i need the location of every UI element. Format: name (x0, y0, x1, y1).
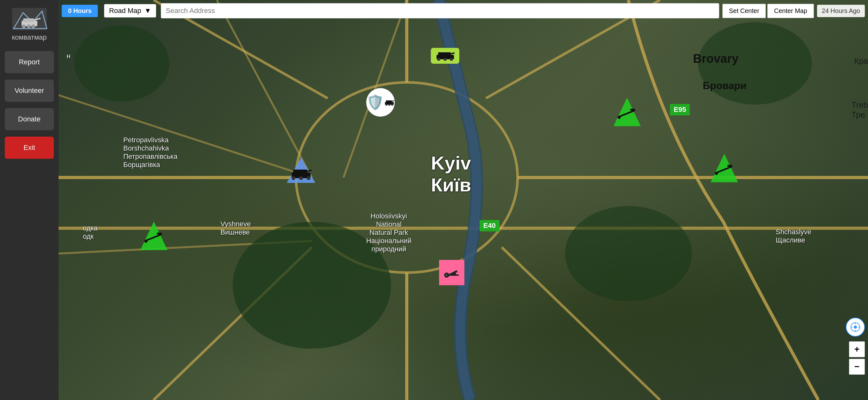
green-triangle-rifle-2[interactable] (710, 152, 739, 185)
time-badge: 0 Hours (62, 5, 98, 17)
svg-point-29 (385, 104, 387, 106)
tank-green-marker[interactable] (431, 48, 459, 64)
svg-marker-53 (140, 222, 167, 250)
exit-button[interactable]: Exit (5, 137, 54, 159)
svg-point-42 (291, 176, 296, 180)
svg-point-44 (307, 176, 311, 180)
svg-rect-3 (23, 19, 34, 22)
zoom-in-button[interactable]: + (849, 341, 865, 357)
svg-marker-45 (614, 97, 641, 126)
center-map-button[interactable]: Center Map (767, 4, 814, 18)
e40-badge: E40 (479, 220, 499, 231)
svg-rect-61 (452, 273, 456, 276)
svg-point-48 (618, 116, 621, 119)
brovary-en-label: Brovary (693, 52, 739, 66)
search-input[interactable] (161, 3, 719, 19)
svg-point-56 (144, 239, 148, 243)
svg-point-37 (450, 58, 453, 61)
svg-rect-27 (386, 100, 392, 103)
map-controls: 0 Hours Road Map ▼ Set Center Center Map… (59, 3, 868, 19)
svg-point-5 (22, 24, 26, 28)
e95-badge: E95 (670, 104, 690, 115)
petropavlivska-label: Petropavlivska Borshchahivka Петропавлів… (123, 136, 178, 169)
svg-point-36 (443, 58, 447, 61)
logo-area: комватмар (10, 6, 49, 41)
sidebar: комватмар Report Volunteer Donate Exit (0, 0, 59, 400)
holosiivskyi-label: Holosiivskyi National Natural Park Націо… (366, 212, 411, 253)
treb-label: Treb Тре (851, 100, 868, 120)
svg-rect-40 (293, 170, 307, 174)
svg-point-31 (391, 104, 393, 106)
zoom-out-button[interactable]: − (849, 359, 865, 375)
svg-line-34 (451, 53, 455, 54)
time-ago: 24 Hours Ago (817, 5, 865, 17)
shchaslyve-label: Shchaslyve Щасливе (776, 228, 812, 245)
green-triangle-rifle-1[interactable] (613, 96, 641, 129)
search-container (161, 3, 719, 19)
svg-rect-33 (438, 52, 451, 56)
odka-label: одка одк (83, 224, 98, 240)
map-action-buttons: Set Center Center Map (722, 4, 814, 18)
blue-triangle-marker[interactable] (285, 156, 317, 186)
volunteer-button[interactable]: Volunteer (5, 80, 54, 102)
location-button[interactable] (846, 318, 865, 337)
tank-white-marker[interactable]: 🛡️ (366, 88, 395, 117)
svg-point-7 (31, 24, 35, 28)
svg-point-63 (854, 325, 857, 329)
svg-rect-55 (157, 233, 162, 234)
svg-rect-51 (727, 165, 732, 167)
zoom-controls: + − (849, 341, 865, 375)
svg-rect-47 (630, 109, 635, 111)
chevron-down-icon: ▼ (144, 7, 151, 15)
svg-point-43 (299, 176, 303, 180)
kra-label: Кра (854, 56, 868, 66)
logo-text: комватмар (12, 33, 46, 41)
donate-button[interactable]: Donate (5, 108, 54, 130)
svg-point-22 (74, 25, 169, 102)
svg-point-30 (388, 104, 390, 106)
svg-line-28 (392, 101, 394, 101)
road-network (59, 0, 868, 400)
svg-point-6 (27, 24, 31, 28)
set-center-button[interactable]: Set Center (722, 4, 766, 18)
n-label: н (67, 52, 70, 60)
svg-point-52 (715, 172, 718, 175)
svg-marker-49 (711, 154, 738, 182)
map-type-selector[interactable]: Road Map ▼ (104, 4, 156, 18)
green-triangle-rifle-3[interactable] (140, 220, 168, 253)
map-area[interactable]: 0 Hours Road Map ▼ Set Center Center Map… (59, 0, 868, 400)
svg-point-35 (437, 58, 440, 61)
pink-artillery-marker[interactable] (439, 260, 464, 285)
svg-point-23 (565, 206, 692, 301)
vyshneve-label: Vyshneve Вишневе (220, 220, 251, 236)
logo-icon (10, 6, 49, 32)
report-button[interactable]: Report (5, 51, 54, 73)
brovary-uk-label: Бровари (703, 80, 746, 92)
